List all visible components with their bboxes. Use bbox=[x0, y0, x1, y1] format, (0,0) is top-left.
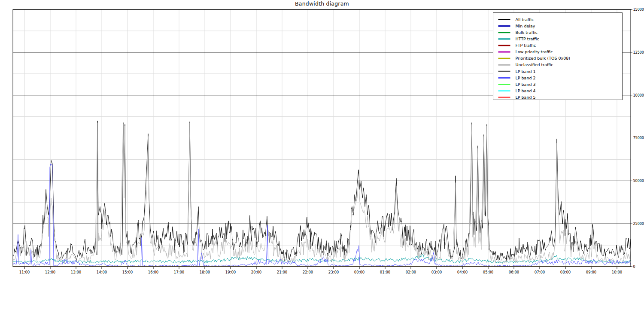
x-tick-label: 18:00 bbox=[200, 270, 210, 274]
x-tick-label: 22:00 bbox=[303, 270, 313, 274]
y-tick-label: 75000 bbox=[633, 136, 644, 140]
x-tick-label: 06:00 bbox=[509, 270, 519, 274]
x-tick-label: 04:00 bbox=[457, 270, 468, 274]
x-tick-label: 09:00 bbox=[586, 270, 597, 274]
x-tick-label: 13:00 bbox=[71, 270, 82, 274]
bandwidth-chart: 025000500007500010000012500015000011:001… bbox=[0, 0, 644, 322]
legend-label: Min delay bbox=[516, 24, 535, 28]
series-all-traffic bbox=[13, 121, 631, 261]
x-tick-label: 07:00 bbox=[535, 270, 545, 274]
y-tick-label: 100000 bbox=[633, 94, 644, 97]
x-tick-label: 00:00 bbox=[354, 270, 365, 274]
legend-label: LP band 2 bbox=[516, 76, 536, 80]
legend-label: LP band 4 bbox=[516, 88, 536, 93]
legend-label: LP band 5 bbox=[516, 95, 536, 100]
legend: All trafficMin delayBulk trafficHTTP tra… bbox=[493, 13, 623, 100]
series-lines bbox=[13, 121, 631, 267]
legend-label: LP band 1 bbox=[516, 69, 536, 74]
legend-label: Unclassified traffic bbox=[516, 62, 553, 67]
x-tick-label: 16:00 bbox=[148, 270, 159, 274]
x-tick-label: 14:00 bbox=[97, 270, 107, 274]
y-tick-label: 25000 bbox=[633, 222, 644, 226]
x-tick-label: 11:00 bbox=[19, 270, 30, 274]
x-tick-label: 08:00 bbox=[560, 270, 571, 274]
legend-label: Prioritized bulk (TOS 0x08) bbox=[516, 56, 570, 61]
bandwidth-chart-screen: Bandwidth diagram 0250005000075000100000… bbox=[0, 0, 644, 322]
legend-label: Bulk traffic bbox=[516, 30, 538, 35]
series-unclassified-traffic bbox=[13, 123, 631, 264]
x-tick-label: 10:00 bbox=[612, 270, 623, 274]
legend-label: All traffic bbox=[516, 17, 534, 22]
legend-label: LP band 3 bbox=[516, 82, 536, 87]
y-tick-label: 0 bbox=[633, 265, 635, 269]
y-tick-label: 150000 bbox=[633, 8, 644, 12]
x-tick-label: 23:00 bbox=[328, 270, 339, 274]
x-tick-label: 03:00 bbox=[431, 270, 442, 274]
x-tick-label: 19:00 bbox=[225, 270, 236, 274]
x-tick-label: 20:00 bbox=[251, 270, 262, 274]
y-tick-label: 125000 bbox=[633, 51, 644, 55]
legend-label: HTTP traffic bbox=[516, 36, 539, 41]
x-tick-label: 01:00 bbox=[380, 270, 391, 274]
x-tick-label: 17:00 bbox=[174, 270, 185, 274]
x-tick-label: 02:00 bbox=[406, 270, 416, 274]
y-tick-label: 50000 bbox=[633, 179, 644, 183]
x-tick-label: 12:00 bbox=[45, 270, 56, 274]
legend-label: Low priority traffic bbox=[516, 49, 553, 54]
x-tick-label: 21:00 bbox=[277, 270, 288, 274]
legend-label: FTP traffic bbox=[516, 43, 536, 48]
x-tick-label: 15:00 bbox=[122, 270, 133, 274]
x-tick-label: 05:00 bbox=[483, 270, 494, 274]
